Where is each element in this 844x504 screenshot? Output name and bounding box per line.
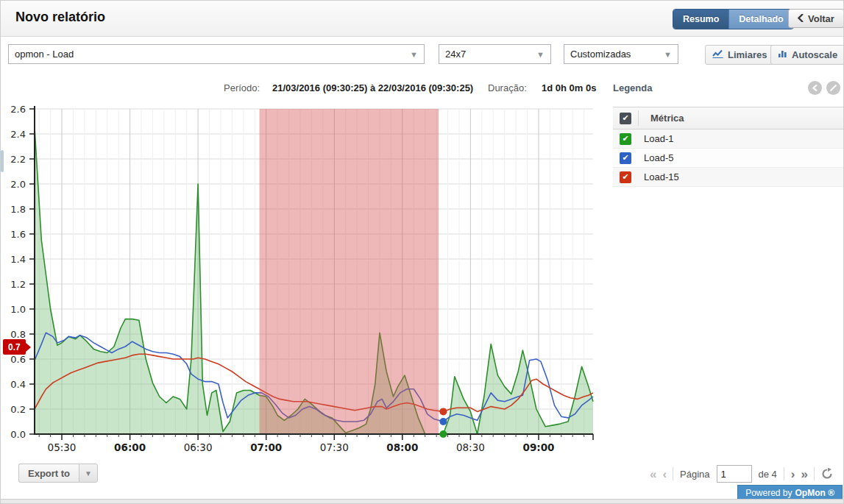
duration-value: 1d 0h 0m 0s xyxy=(542,82,596,93)
calendar-select-value: Customizadas xyxy=(570,49,631,60)
load-15-checkbox[interactable]: ✔ xyxy=(620,171,631,183)
last-page-button[interactable]: » xyxy=(801,468,807,480)
legend-disable-button[interactable] xyxy=(826,81,840,95)
resumo-button[interactable]: Resumo xyxy=(673,10,728,29)
separator xyxy=(784,467,784,480)
period-select[interactable]: 24x7 ▼ xyxy=(439,44,551,64)
bar-chart-icon xyxy=(778,49,787,60)
bottom-strip xyxy=(1,499,843,504)
svg-text:2.6: 2.6 xyxy=(10,104,26,115)
refresh-icon xyxy=(821,468,833,480)
svg-text:08:00: 08:00 xyxy=(386,441,418,453)
first-page-button[interactable]: « xyxy=(650,468,656,480)
svg-text:0.0: 0.0 xyxy=(10,429,26,440)
legend-table-header: ✔ Métrica xyxy=(613,107,843,129)
svg-text:09:00: 09:00 xyxy=(523,441,555,453)
page-title: Novo relatório xyxy=(15,10,105,25)
chevron-down-icon: ▼ xyxy=(410,50,418,59)
pagination-toolbar: « ‹ Página de 4 › » xyxy=(650,464,833,484)
metric-select[interactable]: opmon - Load ▼ xyxy=(8,44,425,64)
svg-text:1.2: 1.2 xyxy=(10,279,26,290)
svg-text:08:30: 08:30 xyxy=(456,441,485,453)
threshold-marker: 0.7 xyxy=(3,339,26,355)
left-scrollbar-thumb[interactable] xyxy=(1,150,4,172)
svg-text:06:30: 06:30 xyxy=(184,441,213,453)
calendar-select[interactable]: Customizadas ▼ xyxy=(564,44,678,64)
separator xyxy=(814,467,815,480)
detalhado-button[interactable]: Detalhado xyxy=(728,10,792,29)
load-1-checkbox[interactable]: ✔ xyxy=(620,133,631,145)
page-total-label: de 4 xyxy=(759,469,777,480)
legend-row-load-1[interactable]: ✔ Load-1 xyxy=(613,129,843,149)
chevron-down-icon: ▼ xyxy=(664,50,672,59)
chevron-down-icon: ▼ xyxy=(536,50,545,59)
export-label: Export to xyxy=(18,464,79,483)
metric-select-value: opmon - Load xyxy=(15,49,74,60)
next-page-button[interactable]: › xyxy=(791,468,795,480)
svg-text:07:30: 07:30 xyxy=(320,441,349,453)
svg-text:0.6: 0.6 xyxy=(10,354,26,365)
chevron-left-icon xyxy=(798,13,804,24)
metric-column-header: Métrica xyxy=(650,113,684,124)
svg-text:2.2: 2.2 xyxy=(10,154,26,165)
page-label: Página xyxy=(680,469,709,480)
svg-text:2.4: 2.4 xyxy=(10,129,26,140)
prev-page-button[interactable]: ‹ xyxy=(662,468,666,480)
line-chart-icon xyxy=(712,49,723,60)
separator xyxy=(673,467,673,480)
svg-text:1.6: 1.6 xyxy=(10,229,26,240)
svg-text:06:00: 06:00 xyxy=(114,441,146,453)
powered-prefix: Powered by xyxy=(745,488,792,498)
period-select-value: 24x7 xyxy=(445,49,466,60)
select-all-checkbox[interactable]: ✔ xyxy=(620,113,631,124)
export-button[interactable]: Export to ▼ xyxy=(18,464,98,483)
autoscale-label: Autoscale xyxy=(792,49,837,60)
svg-text:0.4: 0.4 xyxy=(10,379,26,390)
period-value: 21/03/2016 (09:30:25) à 22/03/2016 (09:3… xyxy=(272,82,473,93)
limiares-button[interactable]: Limiares xyxy=(705,45,774,65)
load-chart[interactable]: 0.00.20.40.60.81.01.21.41.61.82.02.22.42… xyxy=(1,102,608,457)
legend-prev-button[interactable] xyxy=(808,81,822,95)
view-toggle: Resumo Detalhado xyxy=(673,9,794,29)
legend-row-load-15[interactable]: ✔ Load-15 xyxy=(613,168,843,187)
svg-text:05:30: 05:30 xyxy=(48,441,77,453)
voltar-label: Voltar xyxy=(808,13,834,24)
svg-text:0.2: 0.2 xyxy=(10,404,26,415)
legend-item-label: Load-15 xyxy=(644,171,679,182)
refresh-button[interactable] xyxy=(821,468,833,480)
column-separator xyxy=(638,110,639,126)
chevron-down-icon[interactable]: ▼ xyxy=(79,464,98,483)
svg-text:1.4: 1.4 xyxy=(10,254,26,265)
powered-by-badge[interactable]: Powered by OpMon ® xyxy=(737,485,843,500)
period-label: Período: xyxy=(224,82,260,93)
voltar-button[interactable]: Voltar xyxy=(788,9,844,28)
svg-text:07:00: 07:00 xyxy=(250,441,282,453)
legend-item-label: Load-5 xyxy=(644,152,673,163)
powered-brand: OpMon ® xyxy=(795,488,835,498)
autoscale-button[interactable]: Autoscale xyxy=(770,45,844,65)
legend-item-label: Load-1 xyxy=(644,133,673,144)
chevron-left-icon xyxy=(812,85,818,91)
svg-text:2.0: 2.0 xyxy=(10,179,26,190)
duration-label: Duração: xyxy=(488,82,527,93)
slash-circle-icon xyxy=(829,84,837,92)
load-5-checkbox[interactable]: ✔ xyxy=(620,152,631,164)
svg-text:1.8: 1.8 xyxy=(10,204,26,215)
legend-row-load-5[interactable]: ✔ Load-5 xyxy=(613,149,843,168)
page-input[interactable] xyxy=(717,465,752,483)
limiares-label: Limiares xyxy=(728,49,767,60)
legend-title: Legenda xyxy=(613,82,652,93)
svg-text:0.8: 0.8 xyxy=(10,329,26,340)
svg-text:1.0: 1.0 xyxy=(10,304,26,315)
